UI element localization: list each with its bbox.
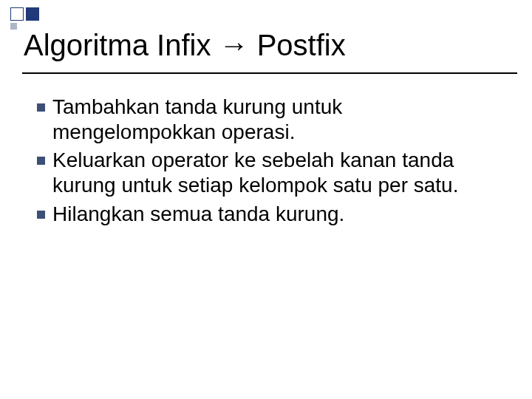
bullet-square-icon	[37, 211, 45, 219]
slide: Algoritma Infix → Postfix Tambahkan tand…	[0, 0, 532, 399]
bullet-square-icon	[37, 103, 45, 112]
bullet-text: Tambahkan tanda kurung untuk mengelompok…	[52, 95, 495, 145]
corner-decoration	[10, 7, 39, 30]
bullet-square-icon	[37, 157, 45, 165]
list-item: Keluarkan operator ke sebelah kanan tand…	[37, 148, 495, 198]
title-underline	[22, 72, 517, 74]
slide-body: Tambahkan tanda kurung untuk mengelompok…	[37, 95, 495, 230]
square-filled-icon	[26, 7, 39, 21]
square-outline-icon	[10, 7, 24, 21]
bullet-text: Hilangkan semua tanda kurung.	[52, 202, 344, 227]
square-small-icon	[10, 23, 17, 30]
slide-title: Algoritma Infix → Postfix	[24, 28, 508, 62]
bullet-text: Keluarkan operator ke sebelah kanan tand…	[52, 148, 495, 198]
list-item: Tambahkan tanda kurung untuk mengelompok…	[37, 95, 495, 145]
list-item: Hilangkan semua tanda kurung.	[37, 202, 495, 227]
